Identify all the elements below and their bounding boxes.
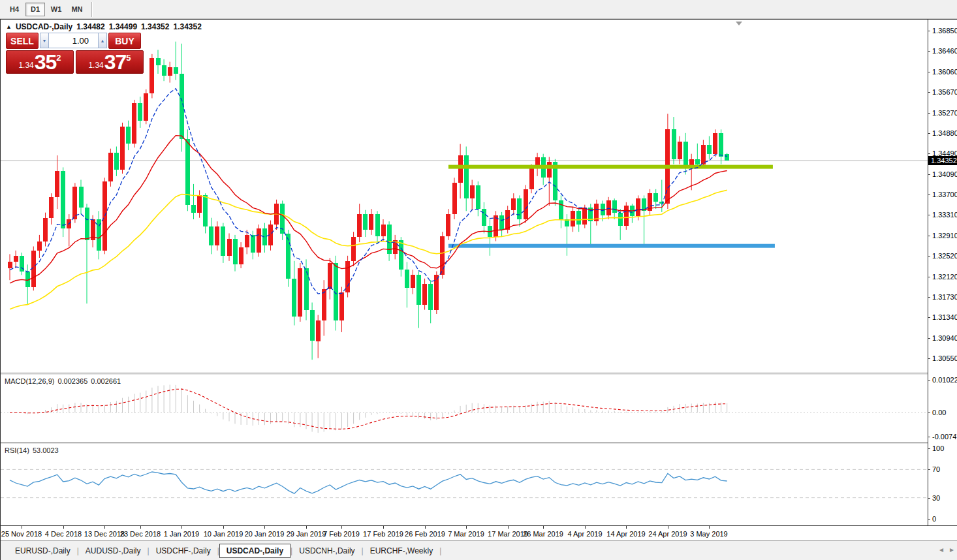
chart-shift-marker-icon[interactable] xyxy=(736,22,742,25)
rsi-tick-label: 70 xyxy=(932,465,957,474)
date-tick-mark xyxy=(425,526,426,529)
rsi-value: 53.0023 xyxy=(33,446,59,454)
date-tick-mark xyxy=(140,526,141,529)
macd-tick-label: 0.00 xyxy=(932,409,957,417)
price-tick-mark xyxy=(928,194,930,195)
sell-price-prefix: 1.34 xyxy=(18,61,33,73)
tab-scroll-left-icon[interactable]: ◂ xyxy=(939,545,943,554)
date-tick-mark xyxy=(341,526,342,529)
price-tick-mark xyxy=(928,133,930,134)
price-tick-label: 1.32910 xyxy=(932,232,957,240)
date-tick-mark xyxy=(264,526,265,529)
rsi-tick-mark xyxy=(928,519,930,520)
resistance-trendline[interactable] xyxy=(448,165,773,169)
price-tick-mark xyxy=(928,92,930,93)
date-tick-mark xyxy=(306,526,307,529)
macd-tick-label: -0.007477 xyxy=(932,433,957,441)
timeframe-button-w1[interactable]: W1 xyxy=(46,3,66,16)
date-tick-mark xyxy=(181,526,182,529)
price-tick-mark xyxy=(928,153,930,154)
tab-scroll-right-icon[interactable]: ▸ xyxy=(950,545,954,554)
price-tick-label: 1.30550 xyxy=(932,354,957,363)
price-tick-label: 1.34090 xyxy=(932,170,957,179)
rsi-tick-label: 100 xyxy=(932,444,957,453)
sell-price-button[interactable]: 1.34 35 2 xyxy=(6,50,74,74)
price-tick-mark xyxy=(928,338,930,339)
price-tick-mark xyxy=(928,297,930,298)
price-tick-label: 1.34880 xyxy=(932,129,957,138)
price-tick-mark xyxy=(928,113,930,114)
price-tick-mark xyxy=(928,236,930,236)
price-axis[interactable]: 1.368501.364601.360601.356701.352701.348… xyxy=(928,20,957,525)
macd-name: MACD(12,26,9) xyxy=(5,377,54,385)
timeframe-button-h4[interactable]: H4 xyxy=(5,3,24,16)
rsi-tick-mark xyxy=(928,498,930,499)
buy-price-button[interactable]: 1.34 37 5 xyxy=(76,50,144,74)
timeframe-button-mn[interactable]: MN xyxy=(67,3,87,16)
price-tick-mark xyxy=(928,317,930,318)
ohlc-high: 1.34499 xyxy=(109,22,137,31)
price-tick-label: 1.31340 xyxy=(932,313,957,322)
one-click-trading-panel: SELL ▼ ▲ BUY 1.34 35 2 1.34 37 5 xyxy=(6,33,144,74)
date-tick-mark xyxy=(585,526,586,529)
tab-scroll-controls: ◂ ▸ xyxy=(939,545,954,554)
sell-button[interactable]: SELL xyxy=(6,33,39,49)
date-tick-mark xyxy=(466,526,467,529)
date-tick-mark xyxy=(22,526,22,529)
date-tick-mark xyxy=(223,526,224,529)
chart-tab-bar: EURUSD-,Daily|AUDUSD-,Daily|USDCHF-,Dail… xyxy=(1,540,957,560)
sell-price-big: 35 xyxy=(35,51,57,73)
date-tick-mark xyxy=(63,526,64,529)
date-tick-mark xyxy=(709,526,710,529)
macd-tick-mark xyxy=(928,412,930,413)
price-tick-mark xyxy=(928,174,930,175)
chart-tab-usdchf[interactable]: USDCHF-,Daily xyxy=(149,544,217,558)
sell-price-sup: 2 xyxy=(56,53,61,63)
date-axis[interactable]: 25 Nov 20184 Dec 201813 Dec 201823 Dec 2… xyxy=(1,525,957,540)
rsi-pane[interactable] xyxy=(1,444,928,525)
collapse-panel-icon[interactable]: ▲ xyxy=(6,23,12,30)
date-tick-mark xyxy=(543,526,544,529)
macd-tick-mark xyxy=(928,437,930,437)
chart-tab-audusd[interactable]: AUDUSD-,Daily xyxy=(79,544,148,558)
macd-main-value: 0.002365 xyxy=(57,377,87,385)
price-tick-label: 1.32120 xyxy=(932,273,957,281)
buy-price-big: 37 xyxy=(104,51,127,73)
buy-button[interactable]: BUY xyxy=(108,33,141,49)
chart-window: 1.368501.364601.360601.356701.352701.348… xyxy=(0,19,957,560)
date-tick-mark xyxy=(383,526,384,529)
rsi-tick-mark xyxy=(928,448,930,449)
price-tick-mark xyxy=(928,215,930,215)
rsi-tick-mark xyxy=(928,469,930,470)
macd-pane[interactable] xyxy=(1,375,928,442)
price-tick-label: 1.36460 xyxy=(932,47,957,55)
chart-tab-usdcnh[interactable]: USDCNH-,Daily xyxy=(292,544,361,558)
timeframe-button-d1[interactable]: D1 xyxy=(25,3,45,16)
tab-separator: | xyxy=(439,546,441,555)
price-tick-mark xyxy=(928,277,930,277)
date-tick-mark xyxy=(626,526,627,529)
rsi-tick-label: 30 xyxy=(932,494,957,503)
support-trendline[interactable] xyxy=(448,244,775,248)
ma-fast-line xyxy=(10,89,727,294)
price-tick-label: 1.31730 xyxy=(932,293,957,302)
buy-price-prefix: 1.34 xyxy=(88,61,103,73)
price-tick-mark xyxy=(928,358,930,359)
chart-tab-eurchf[interactable]: EURCHF-,Weekly xyxy=(364,544,439,558)
toolbar-separator xyxy=(91,2,93,17)
date-tick-label: 3 May 2019 xyxy=(684,530,734,538)
volume-increase-button[interactable]: ▲ xyxy=(98,33,107,48)
ohlc-open: 1.34482 xyxy=(76,22,104,31)
macd-signal-line xyxy=(10,389,727,429)
macd-tick-mark xyxy=(928,380,930,381)
price-tick-label: 1.35270 xyxy=(932,109,957,117)
volume-decrease-button[interactable]: ▼ xyxy=(40,33,49,48)
chart-tab-usdcad[interactable]: USDCAD-,Daily xyxy=(219,544,290,558)
ohlc-low: 1.34352 xyxy=(141,22,169,31)
chart-tab-eurusd[interactable]: EURUSD-,Daily xyxy=(8,544,77,558)
rsi-tick-label: 0 xyxy=(932,515,957,523)
chart-title: ▲ USDCAD-,Daily 1.34482 1.34499 1.34352 … xyxy=(6,22,202,31)
volume-input[interactable] xyxy=(49,33,98,48)
current-price-badge: 1.34352 xyxy=(928,156,957,165)
price-tick-label: 1.30940 xyxy=(932,334,957,343)
